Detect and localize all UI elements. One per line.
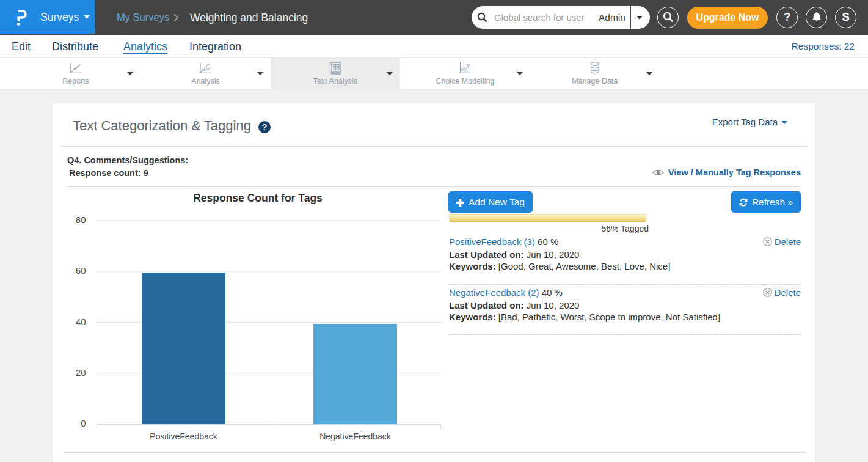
svg-text:0: 0 bbox=[81, 418, 86, 428]
svg-text:Response Count for Tags: Response Count for Tags bbox=[193, 192, 323, 204]
svg-text:NegativeFeedback: NegativeFeedback bbox=[319, 431, 392, 441]
svg-text:20: 20 bbox=[76, 367, 86, 378]
svg-text:PositiveFeedback: PositiveFeedback bbox=[150, 431, 218, 441]
svg-text:40: 40 bbox=[76, 317, 86, 327]
svg-text:80: 80 bbox=[76, 215, 86, 225]
svg-text:60: 60 bbox=[76, 265, 86, 276]
